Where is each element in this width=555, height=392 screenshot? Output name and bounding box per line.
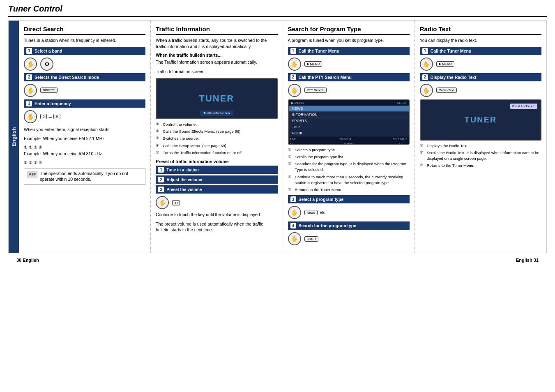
sub-step-3: 3 Preset the volume: [156, 185, 277, 194]
ti-device-row: ✋ TI: [156, 196, 277, 209]
ti-button[interactable]: TI: [172, 200, 180, 205]
step-num-1: 1: [26, 48, 32, 54]
sub-step-1-label: Tune in a station: [166, 168, 199, 172]
sp-step-1-label: Call the Tuner Menu: [299, 48, 340, 53]
zero-button[interactable]: 0: [40, 114, 47, 119]
tuner-screen-text: TUNER: [464, 115, 497, 125]
menu-button-rt1: ▶ MENU: [436, 61, 454, 67]
hand-rt-2: ✋: [420, 84, 433, 97]
rt-fn-2: ② Scrolls the Radio Text. It is displaye…: [420, 150, 541, 162]
sp-step4-icons: ✋ SRCH: [288, 232, 410, 245]
pty-information: INFORMATION: [289, 112, 409, 118]
traffic-footnotes: ① Control the volume. ② Calls the Sound …: [156, 122, 277, 156]
step-2-label: Selects the Direct Search mode: [35, 75, 99, 80]
column-program-search: Search for Program Type A program is tun…: [283, 21, 415, 253]
sub-step-3-label: Preset the volume: [166, 187, 202, 192]
page-numbers: 30 English English 31: [8, 255, 547, 265]
etc-text: etc.: [320, 210, 327, 215]
fn-5-text: Turns the Traffic Information function o…: [163, 150, 242, 156]
sp-step-1: 1 Call the Tuner Menu: [288, 47, 410, 55]
step-num-3: 3: [26, 101, 32, 106]
srch-button[interactable]: SRCH: [304, 236, 319, 242]
english-tab: English: [9, 21, 19, 253]
circ-1: ②: [29, 145, 32, 150]
pty-search-button[interactable]: PTY Search: [304, 88, 327, 93]
radiotext-overlay: RadioText: [510, 104, 537, 109]
menu-top-label: ▶ MENU: [291, 101, 304, 105]
sp-step-3-label: Select a program type: [299, 197, 344, 202]
pty-screen: ▶ MENU SRCH NEWS INFORMATION SPORTS TALK…: [288, 99, 410, 145]
fn-4-text: Calls the Setup Menu. (see page 59): [163, 143, 226, 149]
hand-sp-3: ✋: [288, 206, 301, 219]
hand-sp-4: ✋: [288, 232, 301, 245]
pty-talk: TALK: [289, 124, 409, 130]
fn-3-text: Switches the source.: [163, 136, 199, 141]
hand-device-icon-3: ✋: [24, 110, 37, 123]
page-right: English 31: [516, 258, 539, 263]
column-radio-text: Radio Text You can display the radio tex…: [415, 21, 546, 253]
sp-fn-3-text: Searches for the program type. It is dis…: [295, 161, 410, 173]
tuner-display-text: TUNER: [199, 93, 234, 104]
freq-label: 98.1 MHz: [393, 137, 407, 141]
traffic-title: Traffic Information: [156, 25, 277, 35]
fn-2-text: Calls the Sound Effects Menu. (see page …: [163, 129, 240, 134]
rt-fn-1-text: Displays the Radio Text.: [427, 143, 469, 149]
direct-search-desc: Tunes in a station when its frequency is…: [24, 37, 145, 44]
fm-label: FM1: [290, 137, 297, 141]
page-left: 30 English: [16, 258, 39, 263]
traffic-screen: TUNER Traffic Information: [156, 78, 277, 119]
search-program-title: Search for Program Type: [288, 25, 410, 35]
fn-3: ③ Switches the source.: [156, 136, 277, 141]
rt-fn-3: ③ Returns to the Tuner Menu.: [420, 163, 541, 168]
news-button[interactable]: News: [304, 210, 318, 215]
rt-step-2-label: Display the Radio Text: [431, 75, 477, 80]
sp-step-3: 3 Select a program type: [288, 195, 410, 203]
nine-button[interactable]: 9: [53, 114, 60, 119]
hand-sp-1: ✋: [288, 58, 301, 71]
column-traffic: Traffic Information When a traffic bulle…: [151, 21, 283, 253]
step-enter-freq: 3 Enter a frequency: [24, 99, 145, 108]
fn-4: ④ Calls the Setup Menu. (see page 59): [156, 143, 277, 149]
note-box: REF The operation ends automatically if …: [24, 168, 145, 185]
none-label-1: None: [290, 143, 298, 145]
radio-text-screen: TUNER RadioText: [420, 99, 541, 141]
direct-button[interactable]: DIRECT: [40, 88, 58, 93]
step-num-2: 2: [26, 74, 32, 80]
rt-fn-2-text: Scrolls the Radio Text. It is displayed …: [427, 150, 541, 162]
circ-am-1: ②: [29, 160, 32, 165]
step-direct-mode: 2 Selects the Direct Search mode: [24, 73, 145, 81]
rt-step1-icons: ✋ ▶ MENU: [420, 58, 541, 71]
when-starts-title: When the traffic bulletin starts...: [156, 53, 277, 58]
sp-step1-icons: ✋ ▶ MENU: [288, 58, 410, 71]
step2-icons: ✋ DIRECT: [24, 84, 145, 97]
sp-step-num-1: 1: [290, 48, 296, 54]
sub-step-num-2: 2: [158, 177, 164, 182]
rt-step-1-label: Call the Tuner Menu: [431, 48, 472, 53]
sp-fn-3: ③ Searches for the program type. It is d…: [288, 161, 410, 173]
none-label-2: None: [399, 143, 407, 145]
radio-text-button[interactable]: Radio-Text: [436, 88, 457, 93]
rt-footnotes: ① Displays the Radio Text. ② Scrolls the…: [420, 143, 541, 169]
circ-0: ①: [24, 145, 28, 150]
page-wrapper: Tuner Control English Direct Search Tune…: [0, 0, 555, 273]
fn-2: ② Calls the Sound Effects Menu. (see pag…: [156, 129, 277, 134]
sp-step-num-2: 2: [290, 74, 296, 80]
auto-label: AUTO1: [343, 143, 354, 145]
direct-search-title: Direct Search: [24, 25, 145, 35]
traffic-desc: When a traffic bulletin starts, any sour…: [156, 37, 277, 49]
preset-title: Preset of traffic information volume: [156, 159, 277, 164]
sp-step-4: 4 Search for the program type: [288, 221, 410, 230]
arrow-icon: –: [48, 113, 52, 120]
hand-device-ti: ✋: [156, 196, 169, 209]
sp-step3-icons: ✋ News etc.: [288, 206, 410, 219]
rt-step-num-2: 2: [422, 74, 428, 80]
rt-step-2: 2 Display the Radio Text: [420, 73, 541, 81]
continue-text: Continue to touch the key until the volu…: [156, 212, 277, 218]
circ-am-3: ④: [39, 160, 42, 165]
signal-text: When you enter them, signal reception st…: [24, 127, 145, 133]
traffic-overlay-label: Traffic Information: [200, 111, 233, 116]
fn-1-text: Control the volume.: [163, 122, 196, 127]
step-1-label: Select a band: [35, 48, 62, 53]
hand-rt-1: ✋: [420, 58, 433, 71]
preset-label: Preset 3: [339, 137, 351, 141]
